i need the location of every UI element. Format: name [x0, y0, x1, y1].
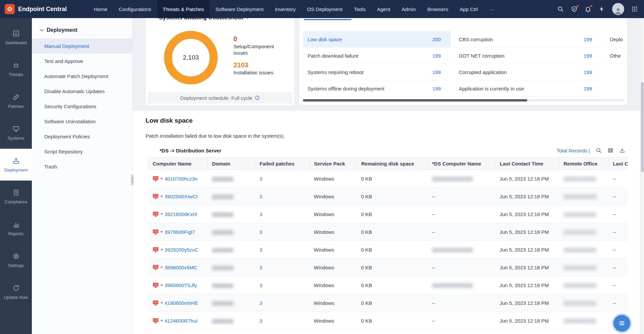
column-chooser-icon[interactable] [607, 147, 613, 153]
failed-patches-link[interactable]: 3 [260, 194, 262, 199]
issue-count[interactable]: 199 [432, 69, 441, 75]
export-download-icon[interactable] [619, 147, 625, 153]
caret-down-icon[interactable] [160, 267, 163, 268]
nav-item[interactable]: Admin [396, 0, 422, 18]
subnav-item[interactable]: Script Repository [32, 144, 132, 159]
nav-item[interactable]: Threats & Patches [157, 0, 210, 18]
issue-count[interactable]: 200 [432, 37, 441, 42]
nav-item[interactable]: Tools [348, 0, 371, 18]
failed-patches-link[interactable]: 3 [260, 229, 262, 235]
caret-down-icon[interactable] [160, 178, 163, 180]
issue-filter-item[interactable]: Corrupted application 199 [454, 64, 602, 80]
overview-card-title[interactable]: Systems awaiting troubleshoot [159, 18, 249, 21]
sidebar-resize-handle[interactable] [131, 174, 134, 186]
issue-count[interactable]: 199 [584, 69, 592, 75]
computer-name-link[interactable]: 4180800mhHE [165, 300, 198, 306]
horizontal-scrollbar-thumb[interactable] [303, 99, 527, 102]
col-ds-computer-name[interactable]: *DS Computer Name [428, 158, 495, 170]
page-scrollbar-track[interactable] [640, 18, 644, 334]
issue-filter-item[interactable]: Othe [605, 48, 628, 64]
brand[interactable]: Endpoint Central [5, 0, 67, 18]
user-avatar[interactable] [612, 3, 624, 15]
nav-item[interactable]: Configurations [113, 0, 157, 18]
floating-menu-button[interactable] [613, 315, 630, 332]
issue-filter-item[interactable]: CBS corruption 199 [454, 31, 602, 48]
failed-patches-link[interactable]: 3 [260, 300, 262, 306]
col-domain[interactable]: Domain [208, 158, 255, 170]
failed-patches-link[interactable]: 3 [260, 176, 262, 182]
col-last-contact-time[interactable]: Last Contact Time [495, 158, 559, 170]
failed-patches-link[interactable]: 3 [260, 282, 262, 288]
issue-count[interactable]: 199 [584, 37, 592, 42]
computer-name-link[interactable]: 3902500XIwCt [165, 194, 198, 199]
caret-down-icon[interactable] [160, 249, 163, 251]
stat-value[interactable]: 0 [233, 35, 284, 43]
computer-name-link[interactable]: 3929200y5zuC [165, 247, 199, 253]
col-failed-patches[interactable]: Failed patches [255, 158, 310, 170]
col-computer-name[interactable]: Computer Name [148, 158, 208, 170]
sidebar-item[interactable]: Threats [0, 53, 32, 85]
sidebar-item[interactable]: Compliance [0, 181, 32, 212]
page-scrollbar-thumb[interactable] [641, 82, 644, 172]
nav-item[interactable]: Browsers [422, 0, 454, 18]
nav-item[interactable]: Agent [371, 0, 396, 18]
computer-name-link[interactable]: 3896000x5MC [165, 265, 198, 270]
subnav-item[interactable]: Trash [32, 159, 132, 174]
issue-count[interactable]: 199 [584, 86, 592, 91]
caret-down-icon[interactable] [160, 302, 163, 304]
issue-filter-item[interactable]: Low disk space 200 [303, 31, 451, 48]
stat-value[interactable]: 2103 [233, 61, 284, 69]
apps-grid-icon[interactable] [631, 6, 638, 12]
computer-name-link[interactable]: 4010700hcz3n [165, 176, 198, 182]
sidebar-item[interactable]: Deployment [0, 149, 32, 181]
sidebar-item[interactable]: Patches [0, 85, 32, 117]
subnav-item[interactable]: Disable Automatic Updates [32, 84, 132, 99]
caret-down-icon[interactable] [160, 284, 163, 286]
nav-item[interactable]: ··· [484, 0, 500, 18]
computer-name-link[interactable]: 39218008Kxhf [165, 211, 197, 217]
caret-down-icon[interactable] [160, 320, 163, 322]
nav-item[interactable]: Home [88, 0, 113, 18]
subnav-item[interactable]: Automate Patch Deployment [32, 69, 132, 84]
failed-patches-link[interactable]: 3 [260, 318, 262, 324]
quick-actions-bolt-icon[interactable] [598, 6, 605, 12]
horizontal-scrollbar-track[interactable] [303, 99, 624, 102]
caret-down-icon[interactable] [160, 196, 163, 197]
col-service-pack[interactable]: Service Pack [310, 158, 357, 170]
computer-name-link[interactable]: 3979600Figl7 [165, 229, 195, 235]
issue-count[interactable]: 199 [432, 53, 441, 59]
issue-filter-item[interactable]: Systems requiring reboot 199 [303, 64, 451, 80]
issue-filter-item[interactable]: Deplo [605, 31, 628, 48]
sidebar-item[interactable]: Systems [0, 117, 32, 149]
issue-count[interactable]: 199 [584, 53, 592, 59]
search-icon[interactable] [557, 6, 564, 12]
nav-item[interactable]: App Ctrl [454, 0, 483, 18]
issue-filter-item[interactable]: Application is currently in use 199 [454, 80, 602, 97]
info-icon[interactable] [255, 95, 260, 101]
security-shield-icon[interactable] [571, 6, 578, 12]
sidebar-item[interactable]: Settings [0, 244, 32, 276]
total-records-link[interactable]: Total Records | [556, 148, 590, 153]
issues-donut-chart[interactable]: 2,103 [164, 31, 218, 84]
issue-filter-item[interactable]: Patch download failure 199 [303, 48, 451, 64]
caret-down-icon[interactable] [160, 231, 163, 233]
nav-item[interactable]: Software Deployment [210, 0, 269, 18]
subnav-item[interactable]: Deployment Policies [32, 129, 132, 144]
notifications-bell-icon[interactable] [585, 6, 591, 12]
subnav-item[interactable]: Test and Approve [32, 54, 132, 69]
subnav-group-header[interactable]: Deployment [32, 18, 132, 39]
subnav-item[interactable]: Software Uninstallation [32, 114, 132, 129]
computer-name-link[interactable]: 3965800TSJfy [165, 282, 197, 288]
table-search-icon[interactable] [596, 147, 602, 153]
issue-count[interactable]: 199 [432, 86, 441, 91]
col-last-truncated[interactable]: Last C [608, 158, 628, 170]
sidebar-item[interactable]: Update Now [0, 276, 32, 308]
col-remaining-disk-space[interactable]: Remaining disk space [357, 158, 428, 170]
failed-patches-link[interactable]: 3 [260, 265, 262, 270]
subnav-item[interactable]: Security Configurations [32, 99, 132, 114]
col-remote-office[interactable]: Remote Office [559, 158, 608, 170]
issue-filter-item[interactable]: DOT NET corruption 199 [454, 48, 602, 64]
issue-filter-item[interactable]: Systems offline during deployment 199 [303, 80, 451, 97]
computer-name-link[interactable]: 4124600R7huI [165, 318, 198, 324]
subnav-item[interactable]: Manual Deployment [32, 39, 132, 54]
